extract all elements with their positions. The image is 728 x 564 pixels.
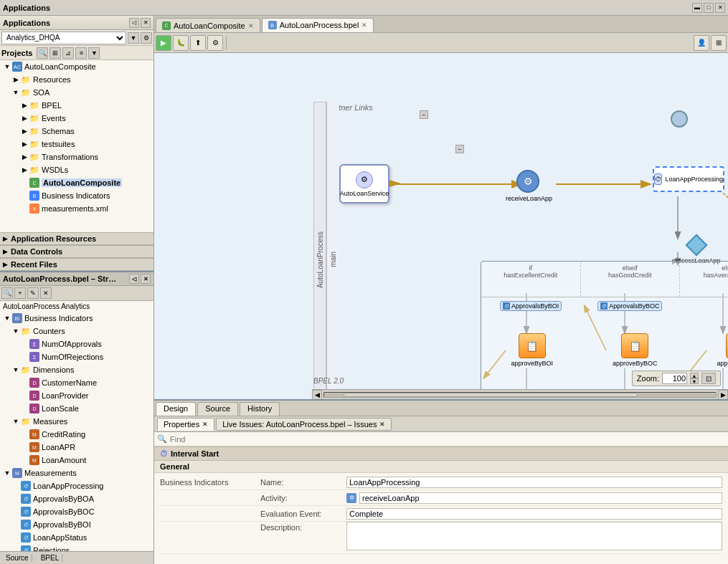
analytics-loan-scale[interactable]: D LoanScale xyxy=(0,402,153,415)
approve-boa-node[interactable]: 📋 approveByBOA xyxy=(717,333,728,367)
toggle-schemas[interactable]: ▶ xyxy=(20,127,29,135)
tree-item-testsuites[interactable]: ▶ 📁 testsuites xyxy=(0,138,153,150)
tree-item-measurements-xml[interactable]: X measurements.xml xyxy=(0,202,153,215)
analytics-num-approvals[interactable]: Σ NumOfApprovals xyxy=(0,338,153,350)
approve-boc-node[interactable]: 📋 approveByBOC xyxy=(613,333,658,367)
analytics-measurements-group[interactable]: ▼ M Measurements xyxy=(0,467,153,479)
settings-btn[interactable]: ⚙ xyxy=(207,35,223,51)
zoom-input[interactable] xyxy=(662,373,687,384)
desc-textarea[interactable] xyxy=(346,522,722,550)
approve-boi-node[interactable]: 📋 approveByBOI xyxy=(511,333,553,367)
toggle-events[interactable]: ▶ xyxy=(20,114,29,123)
prop-search-input[interactable] xyxy=(170,435,725,444)
workspace-dropdown[interactable]: Analytics_DHQA xyxy=(1,32,126,44)
analytics-loan-provider[interactable]: D LoanProvider xyxy=(0,389,153,402)
analytics-boi[interactable]: ⏱ ApprovalsByBOI xyxy=(0,518,153,531)
analytics-lap[interactable]: ⏱ LoanAppProcessing xyxy=(0,479,153,492)
analytics-loan-apr[interactable]: M LoanAPR xyxy=(0,441,153,454)
app-resources-header[interactable]: ▶ Application Resources xyxy=(0,232,153,245)
tree-item-wsdls[interactable]: ▶ 📁 WSDLs xyxy=(0,163,153,176)
zoom-fit-btn[interactable]: ⊡ xyxy=(701,373,716,384)
analytics-search-btn[interactable]: 🔍 xyxy=(1,287,13,299)
analytics-credit-rating[interactable]: M CreditRating xyxy=(0,428,153,441)
tree-item-business-indicators[interactable]: B Business Indicators xyxy=(0,189,153,202)
toggle-transformations[interactable]: ▶ xyxy=(20,153,29,161)
analytics-add-btn[interactable]: + xyxy=(14,287,26,299)
zoom-down[interactable]: ▼ xyxy=(690,378,699,384)
toggle-soa[interactable]: ▼ xyxy=(11,88,20,97)
analytics-customer-name[interactable]: D CustomerName xyxy=(0,376,153,389)
more-btn[interactable]: ▼ xyxy=(88,47,100,59)
debug-btn[interactable]: 🐛 xyxy=(173,35,189,51)
scroll-right-btn[interactable]: ▶ xyxy=(718,390,728,400)
h-scrollbar[interactable]: ◀ ▶ xyxy=(312,389,728,399)
tree-item-transformations[interactable]: ▶ 📁 Transformations xyxy=(0,150,153,163)
tab-history[interactable]: History xyxy=(240,402,280,416)
toggle-counters[interactable]: ▼ xyxy=(11,327,20,335)
activity-input[interactable] xyxy=(359,492,722,504)
tab-design[interactable]: Design xyxy=(156,402,196,416)
close-btn[interactable]: ✕ xyxy=(715,3,725,13)
collapse-btn-1[interactable]: − xyxy=(420,110,428,119)
analytics-las[interactable]: ⏱ LoanAppStatus xyxy=(0,531,153,544)
auto-loan-service-node[interactable]: ⚙ AutoLoanService xyxy=(339,164,389,204)
prop-tab-close[interactable]: ✕ xyxy=(202,421,208,428)
analytics-measures[interactable]: ▼ 📁 Measures xyxy=(0,415,153,428)
toggle-dimensions[interactable]: ▼ xyxy=(11,365,20,374)
workspace-btn-1[interactable]: ▼ xyxy=(128,32,139,44)
analytics-minimize[interactable]: ◁ xyxy=(129,274,139,284)
live-issues-close[interactable]: ✕ xyxy=(379,421,385,428)
toggle-bi[interactable]: ▼ xyxy=(3,314,11,322)
toggle-resources[interactable]: ▶ xyxy=(11,75,20,84)
tab-close-bpel[interactable]: ✕ xyxy=(361,21,367,29)
loan-app-processing-node[interactable]: ⏱ LoanAppProcessing xyxy=(653,166,724,192)
deploy-btn[interactable]: ⬆ xyxy=(190,35,206,51)
status-bpel[interactable]: BPEL xyxy=(38,554,63,562)
toggle-measurements[interactable]: ▼ xyxy=(3,469,11,477)
tab-bpel[interactable]: B AutoLoanProcess.bpel ✕ xyxy=(262,18,374,32)
workspace-btn-2[interactable]: ⚙ xyxy=(141,32,152,44)
toggle-testsuites[interactable]: ▶ xyxy=(20,140,29,148)
tree-item-schemas[interactable]: ▶ 📁 Schemas xyxy=(0,125,153,138)
tree-item-events[interactable]: ▶ 📁 Events xyxy=(0,112,153,125)
analytics-boa[interactable]: ⏱ ApprovalsByBOA xyxy=(0,492,153,505)
zoom-up[interactable]: ▲ xyxy=(690,373,699,378)
approvals-boc-badge[interactable]: ⏱ ApprovalsByBOC xyxy=(597,301,662,311)
prop-tab-properties[interactable]: Properties ✕ xyxy=(157,418,214,431)
tree-item-composite-file[interactable]: C AutoLoanComposite xyxy=(0,176,153,189)
receive-gear[interactable]: ⚙ xyxy=(516,170,539,193)
analytics-close[interactable]: ✕ xyxy=(141,274,151,284)
toggle-wsdls[interactable]: ▶ xyxy=(20,166,29,174)
header-close[interactable]: ✕ xyxy=(141,18,151,28)
tree-item-soa[interactable]: ▼ 📁 SOA xyxy=(0,86,153,99)
status-source[interactable]: Source xyxy=(3,554,32,562)
tab-composite[interactable]: C AutoLoanComposite ✕ xyxy=(156,18,260,32)
toggle-bpel[interactable]: ▶ xyxy=(20,101,29,110)
recent-files-header[interactable]: ▶ Recent Files xyxy=(0,258,153,271)
tab-source[interactable]: Source xyxy=(197,402,238,416)
maximize-btn[interactable]: □ xyxy=(704,3,714,13)
analytics-loan-amount[interactable]: M LoanAmount xyxy=(0,454,153,467)
analytics-counters[interactable]: ▼ 📁 Counters xyxy=(0,325,153,338)
analytics-delete-btn[interactable]: ✕ xyxy=(40,287,52,299)
sort-btn[interactable]: ⊿ xyxy=(62,47,74,59)
eval-input[interactable] xyxy=(346,508,722,520)
analytics-edit-btn[interactable]: ✎ xyxy=(27,287,39,299)
right-btn-2[interactable]: ⊞ xyxy=(711,35,727,51)
prop-tab-live-issues[interactable]: Live Issues: AutoLoanProcess.bpel – Issu… xyxy=(216,418,392,431)
toggle-composite[interactable]: ▼ xyxy=(3,62,11,71)
new-btn[interactable]: 🔍 xyxy=(37,47,48,59)
data-controls-header[interactable]: ▶ Data Controls xyxy=(0,245,153,258)
minimize-btn[interactable]: ▬ xyxy=(692,3,702,13)
tree-item-composite[interactable]: ▼ AC AutoLoanComposite xyxy=(0,60,153,73)
right-btn-1[interactable]: 👤 xyxy=(694,35,709,51)
toggle-measures[interactable]: ▼ xyxy=(11,417,20,426)
scroll-left-btn[interactable]: ◀ xyxy=(312,390,322,400)
header-icon-1[interactable]: ◁ xyxy=(129,18,139,28)
tree-item-bpel[interactable]: ▶ 📁 BPEL xyxy=(0,99,153,112)
analytics-rejections[interactable]: ⏱ Rejections xyxy=(0,544,153,551)
tree-item-resources[interactable]: ▶ 📁 Resources xyxy=(0,73,153,86)
name-input[interactable] xyxy=(346,477,722,488)
analytics-num-rejections[interactable]: Σ NumOfRejections xyxy=(0,350,153,363)
view-btn[interactable]: ≡ xyxy=(75,47,87,59)
